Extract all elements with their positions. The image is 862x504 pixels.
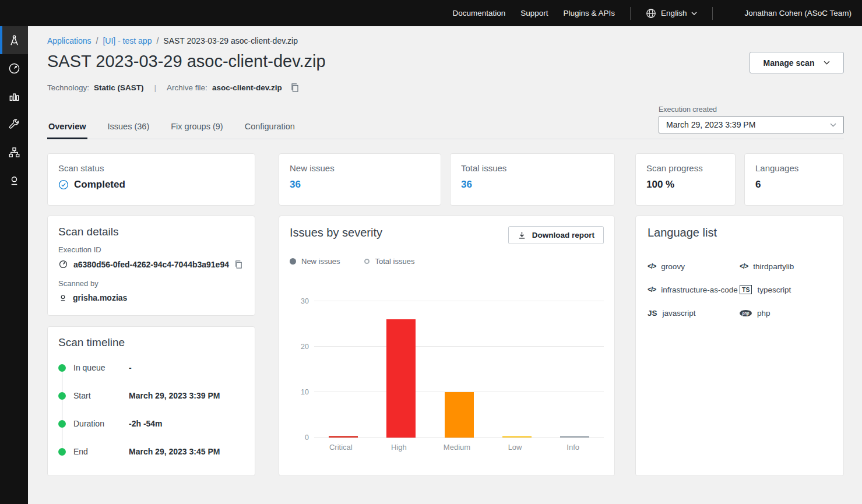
chart-bar-slot bbox=[372, 319, 430, 438]
sidebar-item-applications[interactable] bbox=[0, 26, 28, 54]
language-label: typescript bbox=[757, 286, 791, 294]
bar-chart-icon bbox=[8, 90, 21, 103]
top-bar: Documentation Support Plugins & APIs Eng… bbox=[0, 0, 862, 26]
timeline-dot bbox=[58, 420, 66, 428]
chart-xlabel-high: High bbox=[370, 443, 428, 452]
language-item-groovy: </> groovy bbox=[648, 255, 740, 278]
chart-ytick: 10 bbox=[291, 388, 309, 396]
scan-progress-value: 100 % bbox=[646, 179, 724, 191]
legend-dot-filled bbox=[290, 258, 296, 265]
new-issues-label: New issues bbox=[290, 163, 430, 173]
sidebar-item-organization[interactable] bbox=[0, 138, 28, 166]
bar-critical bbox=[329, 436, 358, 438]
total-issues-value: 36 bbox=[461, 179, 604, 191]
languages-card: Languages 6 bbox=[744, 153, 844, 206]
language-item-thirdpartylib: </> thirdpartylib bbox=[740, 255, 832, 278]
manage-scan-button[interactable]: Manage scan bbox=[750, 52, 844, 73]
breadcrumb-app[interactable]: [UI] - test app bbox=[103, 36, 152, 45]
language-item-typescript: TS typescript bbox=[740, 278, 832, 301]
timeline-value: March 29, 2023 3:45 PM bbox=[129, 447, 220, 456]
download-report-button[interactable]: Download report bbox=[508, 226, 604, 244]
code-icon: </> bbox=[648, 286, 656, 294]
timeline-row-duration: Duration -2h -54m bbox=[58, 415, 244, 432]
execution-created-label: Execution created bbox=[659, 105, 844, 114]
copy-icon[interactable] bbox=[234, 260, 243, 269]
language-list-title: Language list bbox=[648, 226, 832, 239]
legend-dot-hollow bbox=[364, 259, 370, 264]
scan-progress-card: Scan progress 100 % bbox=[635, 153, 736, 206]
legend-total-issues[interactable]: Total issues bbox=[364, 257, 414, 266]
documentation-link[interactable]: Documentation bbox=[452, 9, 505, 17]
page-title: SAST 2023-03-29 asoc-client-dev.zip bbox=[47, 52, 326, 71]
execution-id-label: Execution ID bbox=[58, 245, 244, 254]
scan-status-value: Completed bbox=[74, 179, 125, 191]
scan-timeline-card: Scan timeline In queue - Start March 29,… bbox=[47, 326, 255, 476]
language-selector[interactable]: English bbox=[646, 8, 697, 19]
tab-fix-groups[interactable]: Fix groups (9) bbox=[170, 116, 224, 139]
breadcrumb-separator: / bbox=[156, 36, 159, 45]
compass-icon bbox=[8, 34, 21, 47]
new-issues-value: 36 bbox=[290, 179, 430, 191]
new-issues-card: New issues 36 bbox=[279, 153, 441, 206]
scan-status-label: Scan status bbox=[58, 163, 244, 173]
severity-chart-xlabels: CriticalHighMediumLowInfo bbox=[312, 443, 602, 452]
timeline-row-start: Start March 29, 2023 3:39 PM bbox=[58, 387, 244, 404]
scan-timeline-title: Scan timeline bbox=[58, 336, 244, 349]
chevron-down-icon bbox=[824, 61, 830, 65]
total-issues-card: Total issues 36 bbox=[450, 153, 615, 206]
tab-overview[interactable]: Overview bbox=[47, 116, 87, 139]
bar-low bbox=[502, 436, 532, 438]
languages-label: Languages bbox=[755, 163, 833, 173]
chevron-down-icon bbox=[830, 123, 836, 127]
download-icon bbox=[518, 231, 526, 239]
breadcrumb-separator: / bbox=[96, 36, 98, 45]
copy-icon[interactable] bbox=[290, 83, 300, 93]
language-label: javascript bbox=[663, 309, 696, 318]
support-link[interactable]: Support bbox=[520, 9, 548, 17]
language-label: infrastructure-as-code bbox=[661, 286, 737, 294]
php-icon: php bbox=[740, 310, 752, 316]
timeline-row-end: End March 29, 2023 3:45 PM bbox=[58, 443, 244, 460]
timeline-dot bbox=[58, 364, 66, 372]
download-report-label: Download report bbox=[532, 231, 594, 239]
chart-ytick: 0 bbox=[291, 433, 309, 442]
language-label: English bbox=[661, 9, 687, 17]
execution-created-select[interactable]: March 29, 2023 3:39 PM bbox=[659, 116, 844, 133]
timeline-label: Start bbox=[73, 391, 129, 400]
javascript-icon: JS bbox=[648, 309, 657, 318]
execution-created-value: March 29, 2023 3:39 PM bbox=[666, 120, 755, 129]
legend-new-issues[interactable]: New issues bbox=[290, 257, 340, 266]
breadcrumb-applications[interactable]: Applications bbox=[47, 36, 92, 45]
tab-bar: Overview Issues (36) Fix groups (9) Conf… bbox=[47, 105, 844, 139]
timeline-value: March 29, 2023 3:39 PM bbox=[129, 391, 220, 400]
language-label: groovy bbox=[661, 262, 685, 271]
language-grid: </> groovy </> thirdpartylib </> infrast… bbox=[648, 255, 832, 325]
language-label: thirdpartylib bbox=[753, 262, 794, 271]
globe-icon bbox=[646, 8, 656, 19]
tab-issues[interactable]: Issues (36) bbox=[107, 116, 151, 139]
scan-progress-label: Scan progress bbox=[646, 163, 724, 173]
timeline-value: -2h -54m bbox=[129, 419, 163, 428]
archive-file-value: asoc-client-dev.zip bbox=[212, 83, 282, 92]
org-chart-icon bbox=[8, 146, 21, 159]
manage-scan-label: Manage scan bbox=[764, 58, 815, 68]
timeline-label: Duration bbox=[73, 419, 129, 428]
sidebar-item-reports[interactable] bbox=[0, 82, 28, 110]
plugins-apis-link[interactable]: Plugins & APIs bbox=[564, 9, 615, 17]
user-menu[interactable]: Jonathan Cohen (ASoC Team) bbox=[728, 9, 852, 17]
archive-file-label: Archive file: bbox=[167, 83, 207, 92]
execution-id-value: a6380d56-0fed-4262-94c4-7044b3a91e94 bbox=[73, 260, 229, 269]
bar-info bbox=[560, 436, 589, 438]
typescript-icon: TS bbox=[740, 285, 752, 294]
sidebar-item-tools[interactable] bbox=[0, 110, 28, 138]
sidebar-item-scans[interactable] bbox=[0, 54, 28, 82]
chart-legend: New issues Total issues bbox=[290, 257, 604, 266]
gauge-icon bbox=[58, 259, 68, 269]
sidebar-item-user-admin[interactable] bbox=[0, 166, 28, 194]
code-icon: </> bbox=[648, 262, 656, 270]
scan-meta-row: Technology: Static (SAST) | Archive file… bbox=[47, 83, 844, 93]
chart-xlabel-low: Low bbox=[486, 443, 544, 452]
topbar-divider bbox=[630, 7, 631, 20]
tab-configuration[interactable]: Configuration bbox=[244, 116, 296, 139]
scanned-by-value: grisha.mozias bbox=[73, 293, 127, 302]
